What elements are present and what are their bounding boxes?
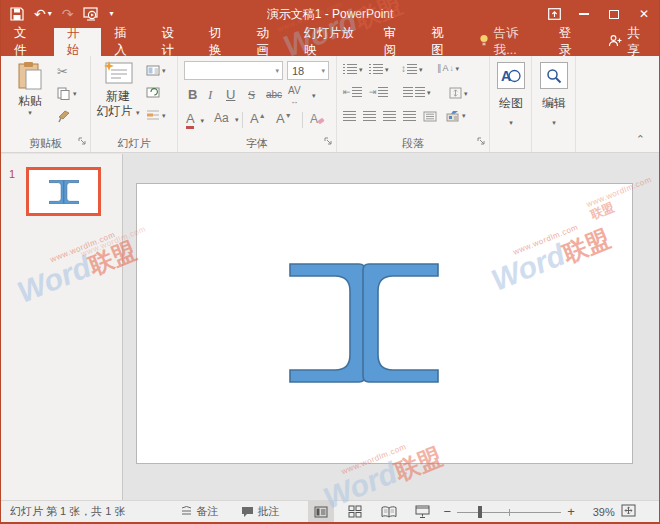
format-painter-button[interactable]: [57, 110, 70, 123]
align-left-button[interactable]: [343, 111, 356, 121]
redo-button[interactable]: ↷: [62, 7, 74, 21]
zoom-percentage[interactable]: 39%: [581, 506, 615, 518]
slide-indicator[interactable]: 幻灯片 第 1 张，共 1 张: [1, 501, 132, 522]
undo-button[interactable]: ↶▾: [34, 7, 52, 21]
section-button[interactable]: ▾: [146, 109, 166, 121]
font-size-combobox[interactable]: 18 ▾: [287, 61, 329, 80]
increase-font-size-button[interactable]: A▲: [250, 112, 266, 125]
editing-button[interactable]: [540, 62, 568, 89]
text-direction-button[interactable]: ∥A↓▾: [437, 64, 459, 73]
justify-button[interactable]: [403, 111, 416, 121]
minimize-button[interactable]: [569, 0, 599, 28]
tab-transitions[interactable]: 切换: [196, 28, 243, 56]
numbering-button[interactable]: ▾: [369, 64, 389, 74]
status-bar: 幻灯片 第 1 张，共 1 张 备注 批注 − + 39%: [1, 500, 659, 522]
align-text-button[interactable]: ▾: [449, 87, 468, 99]
zoom-slider[interactable]: [457, 506, 561, 518]
paragraph-group-label: 段落: [337, 136, 489, 151]
zoom-slider-thumb[interactable]: [478, 506, 482, 518]
maximize-button[interactable]: [599, 0, 629, 28]
group-font: ▾ 18 ▾ B I U S abc AV↔ ▾ A ▾ Aa ▾ A▲ A▼: [178, 56, 337, 152]
distribute-button[interactable]: [423, 111, 437, 122]
lightbulb-icon: [479, 34, 489, 50]
drawing-dropdown-arrow[interactable]: ▾: [490, 119, 532, 128]
reset-slide-button[interactable]: [146, 87, 160, 99]
editing-dropdown-arrow[interactable]: ▾: [532, 119, 576, 128]
fit-to-window-button[interactable]: [621, 504, 636, 519]
tab-animations[interactable]: 动画: [244, 28, 291, 56]
cut-button[interactable]: ✂: [57, 65, 68, 78]
decrease-font-size-button[interactable]: A▼: [276, 112, 292, 125]
notes-button[interactable]: 备注: [174, 501, 225, 522]
copy-button[interactable]: ▾: [57, 87, 77, 100]
slide-layout-button[interactable]: ▾: [146, 65, 166, 76]
font-group-label: 字体: [178, 136, 336, 151]
tab-view[interactable]: 视图: [418, 28, 465, 56]
underline-button[interactable]: U: [226, 88, 235, 101]
slide-thumbnail-panel: 1: [1, 154, 123, 502]
normal-view-button[interactable]: [308, 501, 334, 522]
group-editing: 编辑 ▾: [532, 56, 576, 152]
bold-button[interactable]: B: [188, 88, 197, 101]
sign-in-button[interactable]: 登录: [546, 28, 593, 56]
tab-home[interactable]: 开始: [54, 28, 101, 56]
clipboard-dialog-launcher[interactable]: [78, 135, 87, 149]
font-color-button[interactable]: A ▾: [186, 112, 204, 125]
start-slideshow-icon[interactable]: [83, 7, 99, 21]
i-beam-shape[interactable]: [289, 263, 439, 383]
tab-file[interactable]: 文件: [1, 28, 48, 56]
drawing-button[interactable]: A: [497, 62, 525, 89]
new-slide-button[interactable]: 新建 幻灯片 ▾: [94, 61, 142, 119]
zoom-out-button[interactable]: −: [444, 504, 452, 519]
line-spacing-button[interactable]: ↕▾: [401, 64, 423, 74]
ribbon: 粘贴 ▾ ✂ ▾ 剪贴板 新建 幻灯片 ▾ ▾: [1, 56, 659, 153]
slide-sorter-view-button[interactable]: [342, 501, 368, 522]
new-slide-icon: [103, 61, 133, 85]
character-spacing-button[interactable]: AV↔: [288, 86, 301, 106]
paste-clipboard-icon: [18, 61, 43, 90]
tab-insert[interactable]: 插入: [101, 28, 148, 56]
italic-button[interactable]: I: [208, 88, 212, 101]
slide-canvas[interactable]: [136, 183, 633, 464]
clear-formatting-button[interactable]: A: [310, 112, 325, 128]
customize-qat-button[interactable]: ▾: [109, 10, 113, 18]
ribbon-display-options-button[interactable]: [539, 0, 569, 28]
strikethrough-button[interactable]: S: [248, 88, 255, 101]
align-center-button[interactable]: [363, 111, 376, 121]
ribbon-filler: ⌃: [576, 56, 659, 152]
font-dialog-launcher[interactable]: [324, 135, 333, 149]
tab-design[interactable]: 设计: [149, 28, 196, 56]
increase-indent-button[interactable]: ⇥: [369, 87, 388, 97]
columns-button[interactable]: ▾: [403, 87, 431, 97]
tab-review[interactable]: 审阅: [371, 28, 418, 56]
slideshow-view-button[interactable]: [410, 501, 436, 522]
tab-slideshow[interactable]: 幻灯片放映: [291, 28, 371, 56]
zoom-in-button[interactable]: +: [567, 504, 575, 519]
font-name-combobox[interactable]: ▾: [184, 61, 283, 80]
text-shadow-button[interactable]: abc: [266, 90, 282, 100]
align-right-button[interactable]: [383, 111, 396, 121]
view-switcher: [308, 501, 436, 522]
bullets-button[interactable]: ▾: [343, 64, 363, 74]
paragraph-dialog-launcher[interactable]: [477, 135, 486, 149]
collapse-ribbon-button[interactable]: ⌃: [636, 133, 645, 146]
group-slides: 新建 幻灯片 ▾ ▾ ▾ 幻灯片: [91, 56, 178, 152]
change-case-button[interactable]: Aa ▾: [214, 112, 239, 124]
drawing-button-label: 绘图: [490, 96, 532, 111]
tab-tell-me[interactable]: 告诉我...: [466, 28, 546, 56]
share-person-icon: [608, 34, 622, 50]
paste-button[interactable]: 粘贴 ▾: [9, 61, 51, 118]
decrease-indent-button[interactable]: ⇤: [343, 87, 362, 97]
thumbnail-shape-icon: [49, 180, 79, 204]
save-icon[interactable]: [10, 7, 24, 21]
character-spacing-arrow[interactable]: ▾: [312, 92, 316, 100]
notes-icon: [180, 506, 193, 517]
paste-dropdown-arrow[interactable]: ▾: [9, 109, 51, 118]
share-button[interactable]: 共享: [595, 28, 659, 56]
close-button[interactable]: ✕: [629, 0, 659, 28]
reading-view-button[interactable]: [376, 501, 402, 522]
comments-button[interactable]: 批注: [235, 501, 286, 522]
slide-thumbnail[interactable]: [26, 167, 101, 216]
convert-smartart-button[interactable]: ▾: [445, 109, 466, 122]
find-icon: [546, 68, 562, 84]
